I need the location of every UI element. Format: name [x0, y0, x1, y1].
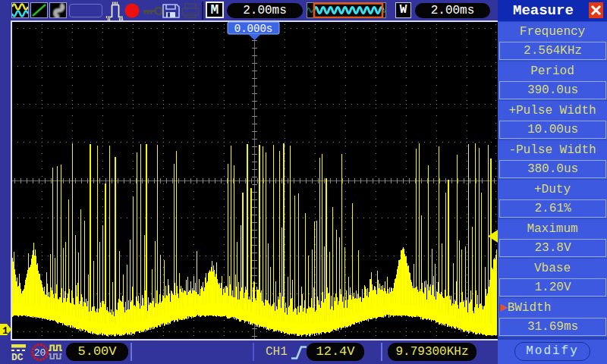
svg-text:20: 20 — [34, 347, 46, 359]
svg-text:1: 1 — [2, 325, 8, 337]
svg-text:DC: DC — [11, 352, 24, 362]
svg-text:0.000s: 0.000s — [234, 23, 272, 35]
